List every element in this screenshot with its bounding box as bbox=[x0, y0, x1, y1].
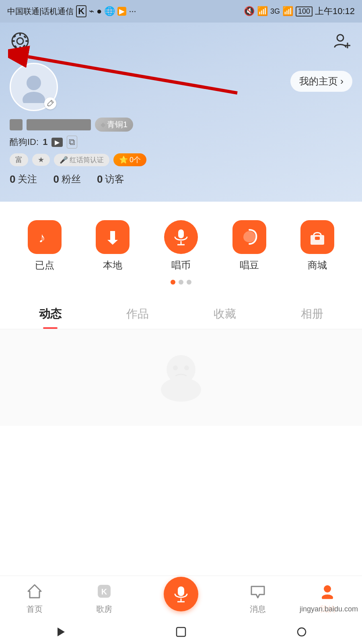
carrier-text: 中国联通|话机通信 bbox=[7, 6, 74, 17]
tab-album[interactable]: 相册 bbox=[293, 299, 331, 329]
following-count: 0 bbox=[10, 173, 15, 186]
svg-rect-7 bbox=[25, 40, 28, 42]
kugou-id-row: 酷狗ID: 1 ▶ ⧉ bbox=[10, 136, 352, 149]
status-right: 🔇 📶 3G 📶 100 上午10:12 bbox=[244, 5, 355, 17]
visitors-count: 0 bbox=[97, 173, 103, 186]
shop-icon bbox=[308, 228, 327, 246]
watermark: jingyan.baidu.com bbox=[274, 599, 362, 619]
nav-home[interactable]: 首页 bbox=[25, 581, 45, 615]
auth-label: 红话筒认证 bbox=[70, 155, 104, 165]
time-display: 上午10:12 bbox=[315, 5, 355, 17]
message-svg-icon bbox=[250, 583, 266, 599]
tab-favorites-label: 收藏 bbox=[214, 308, 236, 320]
usb-icon: ⌁ bbox=[89, 6, 94, 17]
func-item-changbi[interactable]: 唱币 bbox=[164, 220, 198, 272]
fans-count: 0 bbox=[53, 173, 59, 186]
tab-works[interactable]: 作品 bbox=[118, 299, 157, 329]
recents-button[interactable] bbox=[292, 626, 312, 638]
tab-favorites[interactable]: 收藏 bbox=[206, 299, 244, 329]
back-button[interactable] bbox=[50, 626, 70, 638]
avatar-silhouette bbox=[18, 71, 50, 103]
following-stat[interactable]: 0 关注 bbox=[10, 173, 37, 186]
home-label: 首页 bbox=[27, 604, 43, 615]
svg-point-15 bbox=[27, 76, 41, 90]
nav-karaoke[interactable]: K 歌房 bbox=[94, 581, 114, 615]
svg-point-16 bbox=[23, 92, 45, 103]
svg-rect-8 bbox=[13, 35, 16, 38]
add-friend-icon bbox=[333, 32, 351, 50]
dot-2 bbox=[179, 280, 183, 285]
nav-messages[interactable]: 消息 bbox=[248, 581, 268, 615]
settings-button[interactable] bbox=[10, 31, 31, 52]
mute-icon: 🔇 bbox=[244, 6, 255, 17]
messages-label: 消息 bbox=[250, 604, 266, 615]
watermark-text: jingyan.baidu.com bbox=[300, 605, 358, 613]
status-bar: 中国联通|话机通信 K ⌁ ● 🌐 ▶ ··· 🔇 📶 3G 📶 100 上午1… bbox=[0, 0, 362, 23]
local-icon bbox=[96, 220, 130, 254]
orange-count: 0个 bbox=[130, 155, 141, 165]
func-item-changdou[interactable]: 唱豆 bbox=[232, 220, 266, 272]
home-button[interactable] bbox=[171, 626, 191, 638]
home-icon bbox=[25, 581, 45, 601]
my-home-label: 我的主页 bbox=[299, 75, 338, 88]
copy-icon[interactable]: ⧉ bbox=[67, 136, 77, 149]
wealth-badge: 富 bbox=[10, 153, 28, 166]
wealth-icon: 富 bbox=[15, 155, 23, 165]
system-nav-bar: jingyan.baidu.com bbox=[0, 620, 362, 644]
star-icon: ★ bbox=[38, 155, 44, 164]
tab-album-label: 相册 bbox=[301, 308, 323, 320]
svg-text:K: K bbox=[101, 587, 107, 596]
karaoke-svg-icon: K bbox=[96, 583, 112, 599]
changdou-svg-icon bbox=[240, 228, 259, 246]
svg-text:♪: ♪ bbox=[39, 230, 45, 245]
karaoke-icon: K bbox=[94, 581, 114, 601]
svg-rect-6 bbox=[12, 40, 15, 42]
auth-badge: 🎤 红话筒认证 bbox=[54, 154, 109, 166]
fans-stat[interactable]: 0 粉丝 bbox=[53, 173, 80, 186]
svg-rect-34 bbox=[178, 586, 184, 596]
func-item-yidian[interactable]: ♪ 已点 bbox=[28, 220, 62, 272]
mic-badge-icon: 🎤 bbox=[60, 156, 68, 164]
music-icon: ♪ bbox=[35, 228, 54, 246]
changdou-icon bbox=[232, 220, 266, 254]
orange-badge: ⭐ 0个 bbox=[113, 153, 146, 166]
svg-point-29 bbox=[173, 365, 178, 370]
dot-1 bbox=[171, 280, 175, 285]
pagination-dots bbox=[10, 280, 352, 289]
func-item-local[interactable]: 本地 bbox=[96, 220, 130, 272]
recents-nav-icon bbox=[296, 626, 308, 638]
svg-point-30 bbox=[184, 365, 189, 370]
tab-dynamic-label: 动态 bbox=[39, 308, 62, 320]
tab-dynamic[interactable]: 动态 bbox=[31, 299, 70, 329]
mic-icon bbox=[172, 228, 190, 246]
signal-bars: 📶 bbox=[282, 6, 293, 17]
svg-rect-4 bbox=[19, 33, 21, 36]
play-small-icon: ▶ bbox=[51, 138, 63, 147]
edit-icon bbox=[47, 100, 54, 107]
my-home-button[interactable]: 我的主页 › bbox=[290, 71, 352, 92]
play-icon: ▶ bbox=[117, 7, 126, 16]
avatar-edit-button[interactable] bbox=[44, 97, 56, 109]
visitors-stat[interactable]: 0 访客 bbox=[97, 173, 124, 186]
top-icons-row bbox=[10, 31, 352, 52]
kugou-id-label: 酷狗ID: bbox=[10, 136, 39, 148]
tabs-bar: 动态 作品 收藏 相册 bbox=[0, 299, 362, 329]
svg-point-12 bbox=[337, 35, 343, 41]
more-icon: ··· bbox=[129, 6, 136, 17]
functions-card: ♪ 已点 本地 唱币 bbox=[6, 208, 356, 293]
changbi-label: 唱币 bbox=[171, 259, 191, 272]
local-label: 本地 bbox=[103, 259, 122, 272]
karaoke-label: 歌房 bbox=[96, 604, 112, 615]
func-item-mall[interactable]: 商城 bbox=[300, 220, 334, 272]
home-svg-icon bbox=[27, 583, 43, 599]
nav-record-button[interactable] bbox=[164, 577, 198, 611]
stats-row: 0 关注 0 粉丝 0 访客 bbox=[10, 173, 352, 186]
profile-info-row: 我的主页 › bbox=[10, 63, 352, 111]
badges-row: 富 ★ 🎤 红话筒认证 ⭐ 0个 bbox=[10, 153, 352, 166]
add-friend-button[interactable] bbox=[331, 31, 352, 52]
bronze-badge-label: 青铜1 bbox=[107, 119, 128, 130]
person-svg-icon bbox=[319, 583, 335, 599]
profile-header: 我的主页 › ◆ 青铜1 酷狗ID: 1 ▶ ⧉ 富 ★ 🎤 红话筒认证 ⭐ bbox=[0, 23, 362, 202]
download-icon bbox=[103, 228, 122, 246]
mall-icon bbox=[300, 220, 334, 254]
